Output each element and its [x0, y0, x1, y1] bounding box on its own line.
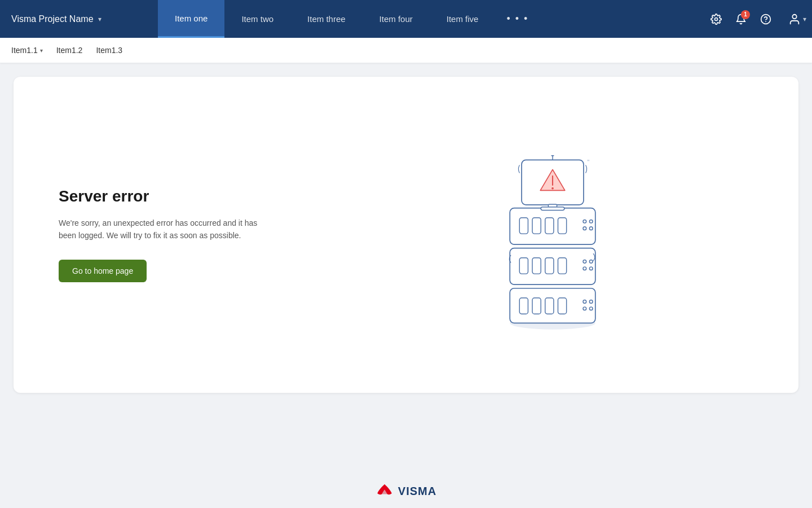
nav-more-button[interactable]: • • • — [495, 0, 540, 38]
go-home-button[interactable]: Go to home page — [59, 260, 147, 282]
svg-rect-5 — [510, 288, 595, 323]
sub-navigation: Item1.1 ▾ Item1.2 Item1.3 — [0, 38, 812, 63]
user-menu[interactable]: ▾ — [783, 0, 812, 38]
notifications-button[interactable]: 1 — [730, 8, 752, 30]
footer-logo: VISMA — [376, 483, 436, 499]
footer: VISMA — [0, 474, 812, 508]
subnav-item-1[interactable]: Item1.1 ▾ — [11, 43, 43, 57]
svg-rect-34 — [541, 207, 564, 211]
nav-items: Item one Item two Item three Item four I… — [158, 0, 699, 38]
server-illustration: " — [341, 133, 765, 336]
brand-chevron-icon: ▾ — [98, 15, 102, 23]
error-message: We're sorry, an unexpected error has occ… — [59, 217, 273, 242]
subnav-item-3[interactable]: Item1.3 — [96, 43, 122, 57]
error-card: Server error We're sorry, an unexpected … — [14, 77, 798, 393]
svg-text:": " — [588, 159, 590, 165]
top-navigation: Visma Project Name ▾ Item one Item two I… — [0, 0, 812, 38]
nav-item-three[interactable]: Item three — [290, 0, 363, 38]
svg-rect-23 — [510, 208, 595, 244]
footer-brand-name: VISMA — [398, 485, 436, 498]
subnav-chevron-icon: ▾ — [40, 47, 43, 54]
svg-point-0 — [715, 17, 718, 20]
nav-item-five[interactable]: Item five — [430, 0, 496, 38]
server-svg: " — [479, 133, 626, 336]
main-content: Server error We're sorry, an unexpected … — [0, 63, 812, 474]
nav-item-two[interactable]: Item two — [224, 0, 290, 38]
settings-button[interactable] — [705, 8, 727, 30]
brand-name: Visma Project Name — [11, 14, 94, 24]
brand-logo[interactable]: Visma Project Name ▾ — [0, 0, 158, 38]
nav-item-one[interactable]: Item one — [158, 0, 224, 38]
error-content: Server error We're sorry, an unexpected … — [59, 187, 341, 283]
subnav-item-2[interactable]: Item1.2 — [56, 43, 83, 57]
user-icon — [788, 13, 801, 25]
visma-logo-icon — [376, 483, 394, 499]
help-button[interactable] — [754, 8, 777, 30]
notification-badge: 1 — [741, 10, 750, 19]
nav-item-four[interactable]: Item four — [363, 0, 430, 38]
svg-point-3 — [792, 14, 796, 18]
svg-point-37 — [551, 187, 554, 190]
error-title: Server error — [59, 187, 341, 205]
svg-rect-14 — [510, 248, 595, 284]
nav-icons-group: 1 — [699, 8, 783, 30]
user-chevron-icon: ▾ — [803, 15, 806, 23]
